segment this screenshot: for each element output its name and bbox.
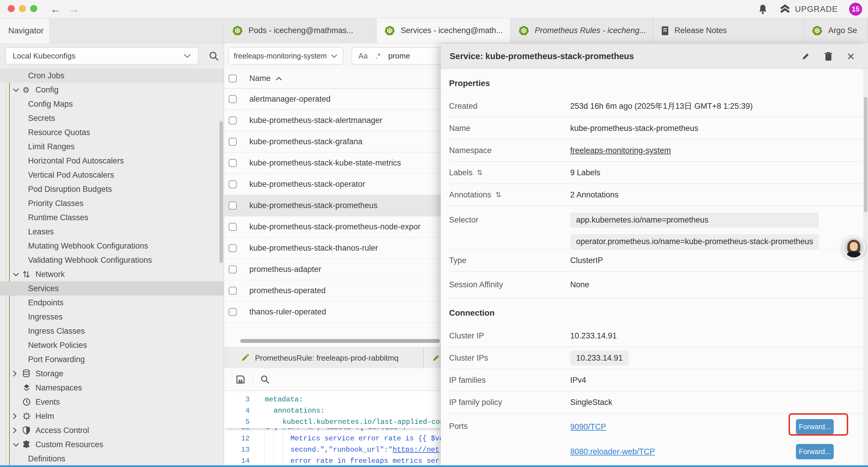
sidebar-item-cron-jobs[interactable]: Cron Jobs — [0, 68, 224, 83]
sidebar-item-validating-webhook-configurations[interactable]: Validating Webhook Configurations — [0, 253, 224, 267]
detail-row-name: Name kube-prometheus-stack-prometheus — [449, 117, 863, 140]
select-all-checkbox[interactable] — [229, 75, 237, 83]
annotations-value[interactable]: 2 Annotations — [570, 191, 619, 200]
name-column-header[interactable]: Name — [249, 74, 271, 83]
row-checkbox[interactable] — [229, 116, 237, 124]
row-checkbox[interactable] — [229, 95, 237, 103]
sidebar-item-config-maps[interactable]: Config Maps — [0, 97, 224, 111]
search-icon[interactable] — [209, 51, 219, 61]
sidebar-item-network[interactable]: Network — [0, 267, 224, 282]
sidebar-item-priority-classes[interactable]: Priority Classes — [0, 196, 224, 210]
detail-scrollbar-thumb[interactable] — [864, 97, 867, 212]
minimize-window-button[interactable] — [19, 5, 26, 12]
detail-row-labels: Labels ⇅ 9 Labels — [449, 162, 863, 184]
regex-toggle[interactable]: .* — [375, 52, 380, 61]
sidebar-item-network-policies[interactable]: Network Policies — [0, 338, 224, 352]
sidebar-item-endpoints[interactable]: Endpoints — [0, 296, 224, 310]
namespace-select[interactable]: freeleaps-monitoring-system — [228, 47, 343, 64]
save-icon[interactable] — [236, 375, 246, 384]
row-checkbox[interactable] — [229, 180, 237, 188]
row-checkbox[interactable] — [229, 287, 237, 295]
tab-services-icecheng-math[interactable]: Services - icecheng@math...× — [376, 18, 510, 43]
sidebar-item-vertical-pod-autoscalers[interactable]: Vertical Pod Autoscalers — [0, 168, 224, 182]
edit-pencil-icon[interactable] — [801, 52, 810, 61]
expand-collapse-icon[interactable]: ⇅ — [495, 191, 501, 199]
chevron-down-icon[interactable] — [12, 442, 23, 447]
port-link[interactable]: 9090/TCP — [570, 422, 606, 432]
table-search-input[interactable]: Aa .* prome — [351, 47, 449, 64]
kubernetes-icon — [812, 25, 823, 36]
kubeconfig-select[interactable]: Local Kubeconfigs — [5, 47, 198, 64]
sidebar-item-runtime-classes[interactable]: Runtime Classes — [0, 210, 224, 225]
tab-release-notes[interactable]: Release Notes — [653, 18, 804, 43]
sidebar-item-ingress-classes[interactable]: Ingress Classes — [0, 324, 224, 338]
row-checkbox[interactable] — [229, 202, 237, 209]
code-link-text[interactable]: https://net — [393, 446, 439, 454]
row-checkbox[interactable] — [229, 159, 237, 167]
forward-button[interactable]: Forward... — [796, 444, 834, 459]
close-window-button[interactable] — [8, 5, 15, 12]
chevron-right-icon[interactable] — [12, 413, 23, 420]
sort-ascending-icon[interactable] — [275, 76, 282, 81]
sidebar-item-pod-disruption-budgets[interactable]: Pod Disruption Budgets — [0, 182, 224, 196]
sidebar-scrollbar[interactable] — [219, 121, 223, 263]
sidebar-item-leases[interactable]: Leases — [0, 225, 224, 239]
match-case-toggle[interactable]: Aa — [359, 52, 368, 61]
tab-pods-icecheng-mathmas[interactable]: Pods - icecheng@mathmas... — [224, 18, 376, 43]
back-arrow-icon[interactable]: ← — [50, 3, 61, 16]
shield-icon — [23, 426, 35, 435]
sidebar-item-custom-resources[interactable]: Custom Resources — [0, 437, 224, 451]
namespace-label: Namespace — [449, 146, 570, 155]
sidebar-item-helm[interactable]: Helm — [0, 409, 224, 423]
zoom-window-button[interactable] — [30, 5, 37, 12]
sidebar-item-horizontal-pod-autoscalers[interactable]: Horizontal Pod Autoscalers — [0, 154, 224, 168]
upgrade-button[interactable]: UPGRADE — [779, 4, 838, 14]
chevron-down-icon[interactable] — [12, 88, 23, 92]
row-checkbox[interactable] — [229, 138, 237, 146]
detail-scrollbar-track[interactable] — [863, 68, 868, 467]
sidebar-item-access-control[interactable]: Access Control — [0, 423, 224, 437]
chevron-right-icon[interactable] — [12, 427, 23, 434]
sidebar-item-resource-quotas[interactable]: Resource Quotas — [0, 125, 224, 140]
row-checkbox[interactable] — [229, 223, 237, 231]
namespace-select-value: freeleaps-monitoring-system — [234, 52, 327, 60]
navigator-tabbar: Navigator — [0, 18, 224, 43]
sidebar-item-definitions[interactable]: Definitions — [0, 451, 224, 466]
labels-value[interactable]: 9 Labels — [570, 168, 600, 177]
service-name-cell: prometheus-adapter — [249, 265, 321, 274]
editor-search-icon[interactable] — [260, 375, 270, 384]
sidebar-item-secrets[interactable]: Secrets — [0, 111, 224, 125]
close-icon[interactable]: ✕ — [847, 51, 855, 62]
row-checkbox[interactable] — [229, 265, 237, 273]
delete-trash-icon[interactable] — [824, 52, 833, 61]
sidebar-item-namespaces[interactable]: Namespaces — [0, 381, 224, 395]
tab-argo-se[interactable]: Argo Se — [804, 18, 868, 43]
sidebar-item-storage[interactable]: Storage — [0, 367, 224, 381]
chevron-down-icon[interactable] — [12, 272, 23, 276]
sidebar-item-events[interactable]: Events — [0, 395, 224, 409]
user-avatar[interactable] — [842, 236, 866, 260]
row-checkbox[interactable] — [229, 308, 237, 316]
sidebar-item-port-forwarding[interactable]: Port Forwarding — [0, 352, 224, 367]
editor-tab-prometheusrule[interactable]: PrometheusRule: freeleaps-prod-rabbitmq — [228, 348, 424, 368]
notification-count-badge[interactable]: 15 — [849, 3, 862, 16]
puzzle-icon — [23, 440, 35, 449]
tab-prometheus-rules-icecheng[interactable]: Prometheus Rules - icecheng... — [510, 18, 653, 43]
tab-navigator[interactable]: Navigator — [0, 18, 49, 43]
namespace-link[interactable]: freeleaps-monitoring-system — [570, 146, 671, 155]
sidebar-item-services[interactable]: Services — [0, 282, 224, 296]
sidebar-item-ingresses[interactable]: Ingresses — [0, 310, 224, 324]
sidebar-item-label: Ingresses — [28, 313, 63, 322]
horizontal-scrollbar[interactable] — [240, 339, 440, 343]
sidebar-item-mutating-webhook-configurations[interactable]: Mutating Webhook Configurations — [0, 239, 224, 253]
row-checkbox[interactable] — [229, 244, 237, 252]
sidebar-item-limit-ranges[interactable]: Limit Ranges — [0, 140, 224, 154]
sidebar-item-config[interactable]: ⚙Config — [0, 83, 224, 97]
chevron-right-icon[interactable] — [12, 370, 23, 377]
forward-button[interactable]: Forward... — [796, 419, 834, 435]
port-link[interactable]: 8080:reloader-web/TCP — [570, 447, 655, 456]
expand-collapse-icon[interactable]: ⇅ — [477, 169, 483, 177]
forward-arrow-icon[interactable]: → — [68, 3, 79, 16]
bell-icon[interactable] — [758, 4, 768, 14]
sidebar-item-label: Custom Resources — [35, 440, 103, 449]
